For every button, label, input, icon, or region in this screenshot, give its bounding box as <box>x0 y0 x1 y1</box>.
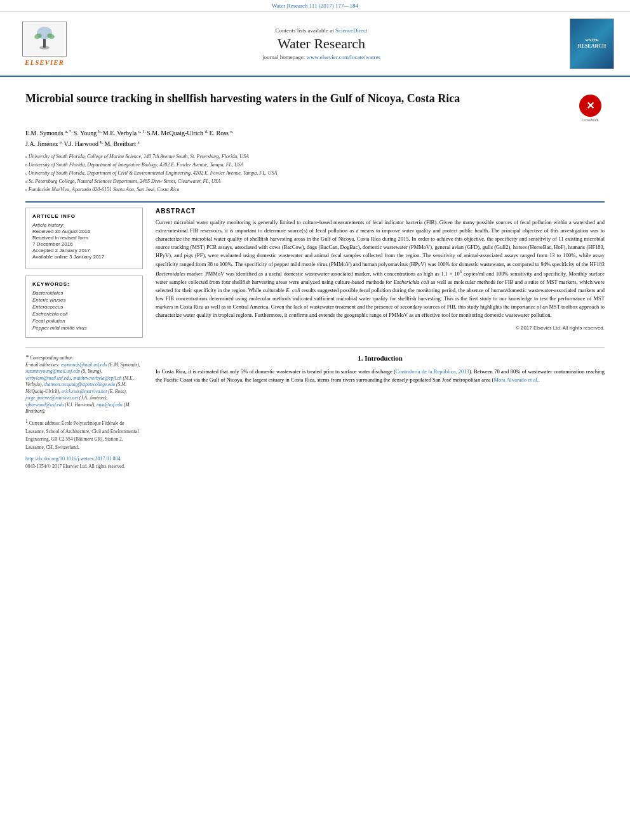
abstract-text: Current microbial water quality monitori… <box>156 218 605 320</box>
authors-section: E.M. Symonds a, *, S. Young b, M.E. Verb… <box>25 128 605 149</box>
left-column: ARTICLE INFO Article history: Received 3… <box>25 208 143 338</box>
email-mcquaig[interactable]: shannon.mcquaig@stpetecollege.edu <box>44 382 115 387</box>
email-breitbart[interactable]: mya@usf.edu <box>97 402 123 408</box>
keyword-enteric-viruses: Enteric viruses <box>32 297 136 303</box>
journal-name: Water Research <box>76 36 566 52</box>
date-accepted: Accepted 2 January 2017 <box>32 248 136 253</box>
homepage-line: journal homepage: www.elsevier.com/locat… <box>76 54 566 60</box>
body-divider <box>25 347 605 348</box>
elsevier-logo-block: ELSEVIER <box>13 22 76 66</box>
keyword-enterococcus: Enterococcus <box>32 304 136 310</box>
doi-link[interactable]: http://dx.doi.org/10.1016/j.watres.2017.… <box>25 456 143 462</box>
copyright-line: © 2017 Elsevier Ltd. All rights reserved… <box>156 325 605 331</box>
affiliations-section: a University of South Florida, College o… <box>25 153 605 194</box>
journal-title-block: Contents lists available at ScienceDirec… <box>76 27 566 60</box>
crossmark-label: CrossMark <box>582 118 599 122</box>
keyword-ecoli: Escherichia coli <box>32 311 136 317</box>
affil-a: a University of South Florida, College o… <box>25 153 605 161</box>
ref-mora-alvarado[interactable]: Mora Alvarado et al., <box>493 377 539 383</box>
date-available-online: Available online 3 January 2017 <box>32 254 136 260</box>
contents-available-line: Contents lists available at ScienceDirec… <box>76 27 566 34</box>
author-mcquaig: S.M. McQuaig-Ulrich d, <box>147 130 209 137</box>
email-young[interactable]: suzanneyoung@mail.usf.edu <box>25 368 80 374</box>
keyword-bacteroidales: Bacteroidales <box>32 290 136 296</box>
history-label: Article history: <box>32 222 136 228</box>
author-breitbart: M. Breitbart a <box>105 140 140 147</box>
journal-cover: WATER RESEARCH <box>566 18 617 69</box>
article-body-columns: ARTICLE INFO Article history: Received 3… <box>25 208 605 338</box>
affil-d: d St. Petersburg College, Natural Scienc… <box>25 178 605 185</box>
affil-c: c University of South Florida, Departmen… <box>25 170 605 177</box>
author-young: S. Young b, <box>74 130 103 137</box>
email-ross[interactable]: erick.ross@marviva.net <box>62 389 107 394</box>
keyword-fecal-pollution: Fecal pollution <box>32 318 136 324</box>
footnotes-left: * Corresponding author. E-mail addresses… <box>25 353 143 470</box>
ref-contraloria[interactable]: Contraloría de la República, 2013 <box>396 368 469 375</box>
journal-header: ELSEVIER Contents lists available at Sci… <box>0 12 630 77</box>
author-jimenez: J.A. Jiménez e, <box>25 140 64 147</box>
author-symonds: E.M. Symonds a, *, <box>25 130 74 137</box>
article-dates: Received 30 August 2016 Received in revi… <box>32 229 136 260</box>
email-verbyla2[interactable]: matthew.verbyla@epfl.ch <box>73 375 121 381</box>
keyword-pepper-virus: Pepper mild mottle virus <box>32 325 136 331</box>
sciencedirect-link[interactable]: ScienceDirect <box>335 27 367 34</box>
corresponding-author-note: * Corresponding author. E-mail addresses… <box>25 353 143 415</box>
journal-citation-bar: Water Research 111 (2017) 177—184 <box>0 0 630 12</box>
article-info-box: ARTICLE INFO Article history: Received 3… <box>25 208 143 269</box>
intro-title: 1. Introduction <box>156 353 605 364</box>
article-title: Microbial source tracking in shellfish h… <box>25 91 570 106</box>
email-symonds[interactable]: esymonds@mail.usf.edu <box>61 362 107 368</box>
svg-point-3 <box>39 46 50 50</box>
keywords-box: Keywords: Bacteroidales Enteric viruses … <box>25 276 143 338</box>
elsevier-name: ELSEVIER <box>25 58 64 66</box>
abstract-title: ABSTRACT <box>156 208 605 215</box>
date-revised-label: Received in revised form <box>32 235 136 241</box>
homepage-url[interactable]: www.elsevier.com/locate/watres <box>307 54 380 60</box>
journal-cover-image: WATER RESEARCH <box>570 18 614 69</box>
affil-e: e Fundación MarViva, Apartado 020-6151 S… <box>25 186 605 194</box>
cover-title: RESEARCH <box>578 43 606 50</box>
article-title-section: Microbial source tracking in shellfish h… <box>25 86 605 122</box>
author-verbyla: M.E. Verbyla c, 1, <box>103 130 147 137</box>
intro-text-block: 1. Introduction In Costa Rica, it is est… <box>156 353 605 384</box>
article-info-title: ARTICLE INFO <box>32 213 136 219</box>
right-column: ABSTRACT Current microbial water quality… <box>156 208 605 338</box>
footnote-1: 1 Current address: École Polytechnique F… <box>25 418 143 451</box>
introduction-section: 1. Introduction In Costa Rica, it is est… <box>156 353 605 470</box>
cover-top-text: WATER <box>585 38 599 42</box>
crossmark-icon: ✕ <box>579 95 601 117</box>
issn-line: 0043-1354/© 2017 Elsevier Ltd. All right… <box>25 463 143 469</box>
keywords-title: Keywords: <box>32 281 136 287</box>
author-harwood: V.J. Harwood b, <box>64 140 105 147</box>
date-received: Received 30 August 2016 <box>32 229 136 234</box>
author-ross: E. Ross e, <box>209 130 233 137</box>
elsevier-logo-image <box>22 22 67 57</box>
email-jimenez[interactable]: jorge.jimenez@marviva.net <box>25 395 78 401</box>
footnotes-section: * Corresponding author. E-mail addresses… <box>25 353 605 470</box>
date-revised: 7 December 2016 <box>32 241 136 247</box>
main-content: Microbial source tracking in shellfish h… <box>0 77 630 479</box>
email-harwood[interactable]: vjharwood@usf.edu <box>25 402 64 408</box>
header-divider <box>25 201 605 203</box>
affil-b: b University of South Florida, Departmen… <box>25 161 605 169</box>
email-verbyla1[interactable]: verbylam@mail.usf.edu <box>25 375 70 381</box>
crossmark-block: ✕ CrossMark <box>576 95 605 122</box>
journal-citation: Water Research 111 (2017) 177—184 <box>272 3 358 9</box>
